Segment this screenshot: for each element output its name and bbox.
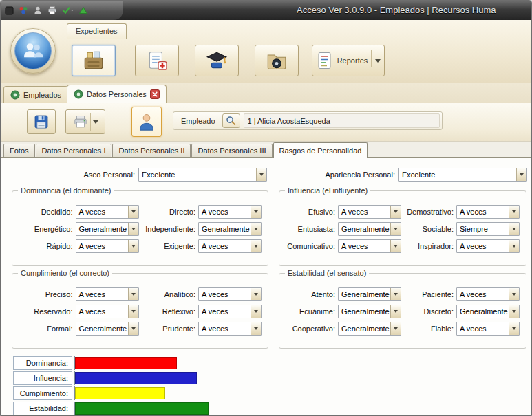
save-button[interactable]	[27, 109, 56, 134]
combobox-value: Generalmente	[339, 322, 390, 335]
tab-fotos[interactable]: Fotos	[3, 144, 35, 157]
combobox-dropdown-button[interactable]	[128, 322, 138, 335]
combobox-dropdown-button[interactable]	[251, 305, 261, 318]
combobox-dropdown-button[interactable]	[390, 223, 401, 235]
ribbon-tab-expedientes[interactable]: Expedientes	[67, 23, 127, 39]
combobox-dropdown-button[interactable]	[256, 168, 266, 181]
combobox-dropdown-button[interactable]	[390, 288, 401, 300]
combobox-prudente[interactable]: A veces	[198, 322, 262, 336]
combobox-dropdown-button[interactable]	[251, 223, 261, 235]
combobox-inspirador[interactable]: A veces	[456, 239, 520, 253]
combobox-sociable[interactable]: Siempre	[456, 222, 520, 236]
combobox-value: A veces	[457, 288, 509, 300]
combobox-dropdown-button[interactable]	[509, 223, 519, 235]
chart-category-label: Cumplimiento:	[13, 386, 72, 400]
combobox-decidido[interactable]: A veces	[76, 205, 139, 219]
module-icon	[10, 90, 20, 100]
tab-datos-personales-i[interactable]: Datos Personales I	[36, 144, 112, 157]
combobox-formal[interactable]: Generalmente	[76, 322, 139, 336]
combobox-dropdown-button[interactable]	[390, 206, 401, 218]
combobox-dropdown-button[interactable]	[251, 206, 261, 218]
close-icon[interactable]	[150, 89, 160, 99]
app-icon[interactable]	[5, 6, 14, 15]
combobox-dropdown-button[interactable]	[509, 322, 519, 335]
chart-bar-influencia	[75, 372, 197, 384]
combobox-analítico[interactable]: A veces	[198, 287, 262, 301]
ribbon-button-formacion[interactable]	[195, 45, 239, 76]
printer-icon[interactable]	[47, 6, 57, 15]
user-icon[interactable]	[33, 6, 43, 15]
combobox-dropdown-button[interactable]	[128, 305, 138, 318]
combobox-dropdown-button[interactable]	[509, 240, 519, 252]
combobox-dropdown-button[interactable]	[251, 288, 261, 300]
combobox-dropdown-button[interactable]	[509, 206, 519, 218]
combobox-demostrativo[interactable]: A veces	[456, 205, 520, 219]
combobox-value: Excelente	[399, 168, 516, 181]
combobox-discreto[interactable]: Generalmente	[456, 305, 520, 318]
combobox-dropdown-button[interactable]	[251, 240, 261, 252]
combobox-reflexivo[interactable]: A veces	[198, 305, 262, 318]
chevron-down-icon	[512, 310, 516, 313]
combobox-comunicativo[interactable]: A veces	[338, 239, 401, 253]
chart-bar-cumplimiento	[75, 387, 165, 399]
combobox-ecuánime[interactable]: Generalmente	[338, 305, 401, 318]
combobox-value: A veces	[199, 206, 251, 218]
combobox-directo[interactable]: A veces	[198, 205, 262, 219]
combobox-preciso[interactable]: A veces	[76, 287, 139, 301]
ribbon-button-notas-medicas[interactable]	[135, 45, 179, 76]
combobox-fiable[interactable]: A veces	[456, 322, 520, 336]
printer-icon	[73, 114, 88, 129]
combobox-value: A veces	[76, 288, 128, 300]
combobox-reservado[interactable]: A veces	[76, 305, 139, 318]
tab-rasgos-de-personalidad[interactable]: Rasgos de Personalidad	[273, 142, 368, 158]
combobox-dropdown-button[interactable]	[128, 288, 138, 300]
doc-tab-empleados[interactable]: Empleados	[3, 86, 68, 103]
combobox-dropdown-button[interactable]	[390, 305, 401, 318]
triangle-up-icon[interactable]	[78, 6, 88, 15]
field-label: Reflexivo:	[142, 307, 196, 316]
doc-tab-datos-personales[interactable]: Datos Personales	[67, 85, 167, 103]
employee-search-button[interactable]	[222, 113, 240, 128]
combobox-energético[interactable]: Generalmente	[76, 222, 139, 236]
chart-plot-area	[74, 386, 467, 400]
combobox-aseo-personal[interactable]: Excelente	[138, 168, 267, 182]
combobox-independiente[interactable]: Generalmente	[198, 222, 262, 236]
combobox-dropdown-button[interactable]	[390, 240, 401, 252]
combobox-dropdown-button[interactable]	[390, 322, 401, 335]
print-split-button[interactable]	[65, 109, 105, 134]
chevron-down-icon	[254, 327, 258, 330]
person-icon	[136, 111, 157, 132]
combobox-apariencia-personal[interactable]: Excelente	[398, 168, 527, 182]
employee-view-button[interactable]	[131, 107, 162, 137]
ribbon-button-archivo[interactable]	[72, 45, 116, 76]
chevron-down-icon	[254, 210, 258, 213]
combobox-dropdown-button[interactable]	[251, 322, 261, 335]
ribbon-button-reportes[interactable]: Reportes	[312, 45, 385, 76]
combobox-dropdown-button[interactable]	[128, 206, 138, 218]
ribbon-button-expediente[interactable]	[255, 45, 299, 76]
combobox-paciente[interactable]: A veces	[456, 287, 520, 301]
combobox-cooperativo[interactable]: Generalmente	[338, 322, 401, 336]
chevron-down-icon[interactable]	[375, 59, 381, 65]
combobox-dropdown-button[interactable]	[509, 305, 519, 318]
combobox-exigente[interactable]: A veces	[198, 239, 262, 253]
combobox-dropdown-button[interactable]	[128, 223, 138, 235]
application-menu-button[interactable]	[14, 32, 52, 69]
people-group-icon[interactable]	[19, 6, 28, 15]
employee-value-field[interactable]: 1 | Alicia AcostaEsqueda	[244, 113, 440, 128]
chevron-down-icon[interactable]	[93, 120, 98, 127]
field-label: Directo:	[142, 208, 196, 216]
combobox-efusivo[interactable]: A veces	[338, 205, 401, 219]
tab-datos-personales-ii[interactable]: Datos Personales II	[112, 144, 191, 157]
combobox-dropdown-button[interactable]	[516, 168, 526, 181]
combobox-dropdown-button[interactable]	[128, 240, 138, 252]
field-label: Comunicativo:	[286, 242, 335, 250]
combobox-entusiasta[interactable]: Generalmente	[338, 222, 401, 236]
chart-category-label: Dominancia:	[13, 356, 72, 370]
tab-datos-personales-iii[interactable]: Datos Personales III	[191, 144, 272, 157]
combobox-rápido[interactable]: A veces	[76, 239, 139, 253]
combobox-atento[interactable]: Generalmente	[338, 287, 401, 301]
combobox-dropdown-button[interactable]	[509, 288, 519, 300]
combobox-value: A veces	[76, 206, 128, 218]
check-dropdown-icon[interactable]	[62, 6, 74, 15]
